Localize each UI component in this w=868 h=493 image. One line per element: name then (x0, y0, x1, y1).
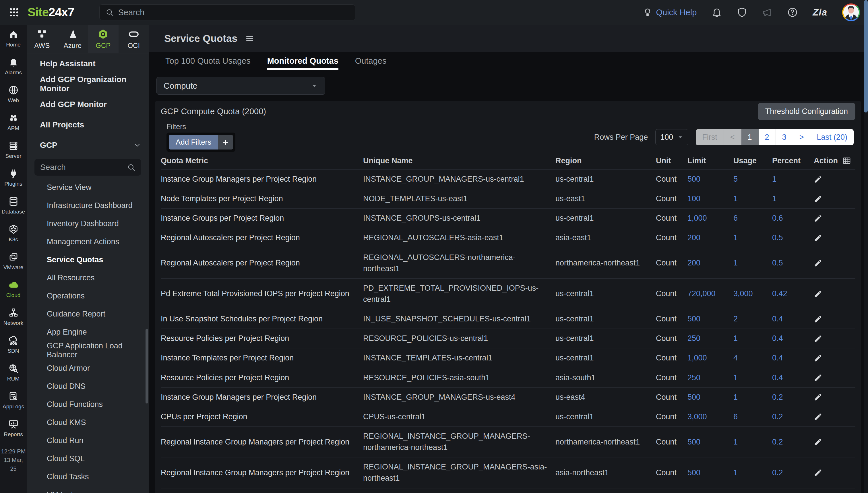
rail-item-server[interactable]: Server (0, 141, 27, 168)
cell-usage[interactable]: 6 (733, 209, 772, 228)
sidebar-item-infrastructure-dashboard[interactable]: Infrastructure Dashboard (27, 197, 149, 215)
pagination-2[interactable]: 2 (759, 129, 776, 145)
rail-item-database[interactable]: Database (0, 196, 27, 224)
pagination-3[interactable]: 3 (776, 129, 793, 145)
column-header-action[interactable]: Action (814, 156, 843, 165)
site24x7-logo[interactable]: Site24x7 (27, 5, 74, 19)
rail-item-applogs[interactable]: AppLogs (0, 391, 27, 419)
column-header-region[interactable]: Region (555, 156, 656, 165)
edit-pencil-icon[interactable] (814, 175, 822, 184)
rail-item-vmware[interactable]: VMware (0, 252, 27, 280)
sidebar-search-input[interactable] (40, 163, 123, 172)
cell-limit[interactable]: 500 (687, 309, 733, 328)
cell-usage[interactable]: 1 (733, 253, 772, 273)
cell-percent[interactable]: 0.2 (772, 432, 814, 452)
edit-pencil-icon[interactable] (814, 290, 822, 298)
sidebar-item-add-gcp-monitor[interactable]: Add GCP Monitor (27, 94, 149, 114)
cell-usage[interactable]: 6 (733, 407, 772, 426)
sidebar-item-all-resources[interactable]: All Resources (27, 269, 149, 287)
sidebar-item-operations[interactable]: Operations (27, 287, 149, 305)
sidebar-item-cloud-run[interactable]: Cloud Run (27, 432, 149, 450)
service-dropdown[interactable]: Compute (156, 77, 325, 95)
cell-percent[interactable]: 0.2 (772, 463, 814, 483)
tab-monitored-quotas[interactable]: Monitored Quotas (267, 52, 338, 70)
rail-item-reports[interactable]: Reports (0, 419, 27, 447)
cell-percent[interactable]: 0.5 (772, 228, 814, 248)
edit-pencil-icon[interactable] (814, 437, 822, 446)
cell-usage[interactable]: 1 (733, 228, 772, 248)
rows-per-page-dropdown[interactable]: 100 (655, 129, 688, 145)
edit-pencil-icon[interactable] (814, 412, 822, 421)
column-header-quota-metric[interactable]: Quota Metric (161, 156, 363, 165)
cell-limit[interactable]: 250 (687, 368, 733, 387)
apps-grid-icon[interactable] (8, 7, 20, 18)
sidebar-item-cloud-dns[interactable]: Cloud DNS (27, 377, 149, 395)
cell-limit[interactable]: 100 (687, 189, 733, 208)
cell-percent[interactable]: 0.42 (772, 284, 814, 303)
sidebar-section-gcp[interactable]: GCP (27, 135, 149, 155)
column-chooser-icon[interactable] (843, 156, 851, 165)
cell-limit[interactable]: 250 (687, 329, 733, 348)
edit-pencil-icon[interactable] (814, 259, 822, 267)
pagination-1[interactable]: 1 (741, 129, 759, 145)
cell-limit[interactable]: 720,000 (687, 284, 733, 303)
rail-item-home[interactable]: Home (0, 29, 27, 57)
rail-item-alarms[interactable]: Alarms (0, 57, 27, 85)
cell-limit[interactable]: 500 (687, 488, 733, 493)
cell-limit[interactable]: 200 (687, 228, 733, 248)
cell-usage[interactable]: 1 (733, 189, 772, 208)
pagination-<[interactable]: < (724, 129, 741, 145)
sidebar-item-cloud-tasks[interactable]: Cloud Tasks (27, 468, 149, 486)
cell-limit[interactable]: 200 (687, 253, 733, 273)
edit-pencil-icon[interactable] (814, 234, 822, 242)
cell-limit[interactable]: 1,000 (687, 209, 733, 228)
rail-item-rum[interactable]: RUM (0, 363, 27, 391)
rail-item-plugins[interactable]: Plugins (0, 168, 27, 196)
sidebar-item-inventory-dashboard[interactable]: Inventory Dashboard (27, 215, 149, 233)
cell-usage[interactable]: 1 (733, 368, 772, 387)
tab-outages[interactable]: Outages (355, 52, 387, 70)
rail-item-sdn[interactable]: SDN (0, 336, 27, 363)
hamburger-menu-icon[interactable] (245, 34, 255, 43)
rail-item-cloud[interactable]: Cloud (0, 280, 27, 308)
cell-limit[interactable]: 500 (687, 432, 733, 452)
rail-item-apm[interactable]: APM (0, 113, 27, 141)
column-header-unique-name[interactable]: Unique Name (363, 156, 555, 165)
announcements-megaphone-icon[interactable] (762, 7, 772, 18)
add-filter-plus-button[interactable] (218, 135, 233, 150)
cell-limit[interactable]: 500 (687, 388, 733, 407)
sidebar-item-cloud-functions[interactable]: Cloud Functions (27, 395, 149, 413)
quick-help-button[interactable]: Quick Help (643, 7, 697, 17)
sidebar-item-all-projects[interactable]: All Projects (27, 114, 149, 135)
edit-pencil-icon[interactable] (814, 315, 822, 323)
sidebar-item-app-engine[interactable]: App Engine (27, 323, 149, 341)
help-circle-icon[interactable] (787, 7, 798, 18)
cell-usage[interactable]: 2 (733, 309, 772, 328)
sidebar-item-service-view[interactable]: Service View (27, 178, 149, 197)
cell-usage[interactable]: 4 (733, 348, 772, 368)
add-filters-button[interactable]: Add Filters (169, 135, 218, 150)
cell-usage[interactable]: 1 (733, 463, 772, 483)
edit-pencil-icon[interactable] (814, 354, 822, 362)
edit-pencil-icon[interactable] (814, 468, 822, 477)
shield-icon[interactable] (737, 7, 747, 18)
zia-icon[interactable]: Zia (812, 7, 827, 18)
sidebar-item-help-assistant[interactable]: Help Assistant (27, 53, 149, 74)
cell-usage[interactable]: 1 (733, 488, 772, 493)
column-header-unit[interactable]: Unit (656, 156, 687, 165)
cell-percent[interactable]: 0.2 (772, 407, 814, 426)
cell-percent[interactable]: 0.2 (772, 388, 814, 407)
cell-usage[interactable]: 5 (733, 170, 772, 189)
edit-pencil-icon[interactable] (814, 393, 822, 402)
cell-percent[interactable]: 0.4 (772, 368, 814, 387)
provider-tab-azure[interactable]: Azure (58, 25, 88, 53)
global-search[interactable] (99, 4, 355, 20)
sidebar-item-vm-instance[interactable]: VM Instance (27, 486, 149, 493)
rail-item-k8s[interactable]: K8s (0, 224, 27, 252)
sidebar-item-management-actions[interactable]: Management Actions (27, 233, 149, 251)
edit-pencil-icon[interactable] (814, 214, 822, 223)
sidebar-item-guidance-report[interactable]: Guidance Report (27, 305, 149, 323)
edit-pencil-icon[interactable] (814, 373, 822, 382)
cell-percent[interactable]: 0.2 (772, 488, 814, 493)
pagination->[interactable]: > (793, 129, 810, 145)
